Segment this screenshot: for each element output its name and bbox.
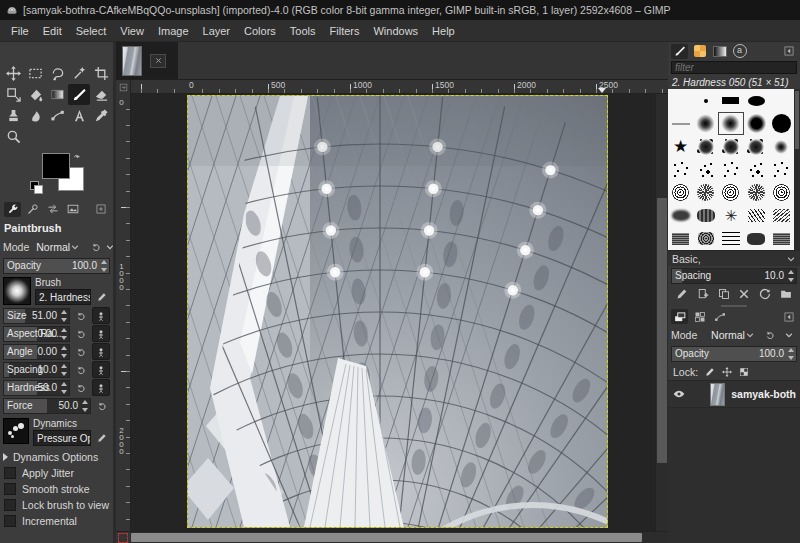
dock-tab-tool-options[interactable] (4, 202, 21, 217)
edit-dynamics-icon[interactable] (94, 431, 110, 446)
dynamics-name-field[interactable]: Pressure Opacity (33, 430, 91, 446)
brush-cell-13[interactable] (744, 135, 769, 158)
brush-spacing-slider[interactable]: Spacing 10.0 (671, 268, 797, 284)
canvas-image[interactable] (187, 95, 608, 528)
edit-brush-icon[interactable] (674, 287, 690, 302)
menu-colors[interactable]: Colors (237, 22, 283, 40)
brush-cell-31[interactable] (693, 227, 718, 250)
link-to-brush-icon[interactable] (92, 379, 110, 396)
horizontal-ruler[interactable]: 05001000150020002500 (131, 80, 668, 94)
brush-cell-34[interactable] (769, 227, 794, 250)
brush-thumbnail[interactable] (3, 277, 31, 305)
checkbox-incremental[interactable]: Incremental (3, 513, 110, 529)
layers-tab-menu-icon[interactable] (780, 309, 797, 324)
layer-row[interactable]: samyak-both... (668, 381, 800, 408)
brush-cell-1[interactable] (693, 89, 718, 112)
menu-edit[interactable]: Edit (36, 22, 69, 40)
opacity-spinner[interactable] (99, 260, 108, 272)
brush-cell-10[interactable]: ★ (668, 135, 693, 158)
dock-tab-images[interactable] (64, 202, 81, 217)
edit-brush-icon[interactable] (94, 290, 110, 305)
brush-cell-11[interactable] (693, 135, 718, 158)
dock-tab-brushes-icon[interactable] (671, 44, 688, 59)
horizontal-scrollbar-thumb[interactable] (131, 533, 642, 542)
link-to-brush-icon[interactable] (92, 361, 110, 378)
brush-grid-scrollbar[interactable] (794, 89, 800, 250)
brush-cell-24[interactable] (769, 181, 794, 204)
brush-tag-select[interactable]: Basic, (668, 250, 800, 266)
brush-cell-12[interactable] (718, 135, 743, 158)
dynamics-thumbnail[interactable] (3, 418, 29, 444)
menu-help[interactable]: Help (425, 22, 462, 40)
brush-cell-16[interactable] (693, 158, 718, 181)
brush-cell-4[interactable] (769, 89, 794, 112)
close-tab-icon[interactable] (150, 54, 166, 68)
new-brush-icon[interactable] (695, 287, 711, 302)
layer-mode-menu-chevron-icon[interactable] (781, 327, 797, 342)
image-tab[interactable] (116, 42, 178, 79)
slider-spinner[interactable] (59, 382, 68, 394)
brush-cell-19[interactable] (769, 158, 794, 181)
reset-icon[interactable] (73, 380, 89, 395)
tool-paths[interactable] (46, 105, 68, 126)
slider-spinner[interactable] (59, 364, 68, 376)
dock-tab-layers-icon[interactable] (671, 309, 688, 324)
canvas-viewport[interactable] (131, 94, 655, 531)
dock-tab-patterns-icon[interactable] (691, 44, 708, 59)
brush-cell-21[interactable] (693, 181, 718, 204)
swap-colors-icon[interactable] (73, 151, 83, 161)
dock-tab-fonts-icon[interactable]: a (731, 44, 748, 59)
brush-cell-30[interactable] (668, 227, 693, 250)
brush-cell-32[interactable] (718, 227, 743, 250)
menu-layer[interactable]: Layer (196, 22, 238, 40)
layer-opacity-slider[interactable]: Opacity 100.0 (671, 346, 797, 362)
slider-hardness[interactable]: Hardness50.0 (3, 380, 70, 396)
checkbox-lock-brush-to-view[interactable]: Lock brush to view (3, 497, 110, 513)
brush-cell-6[interactable] (693, 112, 718, 135)
tool-transform[interactable] (2, 84, 24, 105)
brush-cell-33[interactable] (744, 227, 769, 250)
tool-crop[interactable] (90, 63, 112, 84)
tool-bucket-fill[interactable] (24, 84, 46, 105)
menu-windows[interactable]: Windows (366, 22, 425, 40)
tool-text[interactable] (68, 105, 90, 126)
brush-cell-5[interactable] (668, 112, 693, 135)
title-bar[interactable]: [samyak-bothra-CAfkeMBqQQo-unsplash] (im… (0, 0, 800, 20)
tool-clone[interactable] (2, 105, 24, 126)
checkbox-smooth-stroke[interactable]: Smooth stroke (3, 481, 110, 497)
reset-icon[interactable] (73, 362, 89, 377)
brush-cell-20[interactable] (668, 181, 693, 204)
tool-eraser[interactable] (90, 84, 112, 105)
checkbox-box[interactable] (4, 483, 16, 495)
layer-mode-select[interactable]: Normal (708, 328, 758, 342)
menu-view[interactable]: View (113, 22, 151, 40)
menu-filters[interactable]: Filters (323, 22, 367, 40)
tab-menu-icon[interactable] (780, 44, 797, 59)
vertical-scrollbar[interactable] (655, 94, 668, 531)
link-to-brush-icon[interactable] (92, 325, 110, 342)
lock-position-icon[interactable] (722, 367, 732, 377)
foreground-color-swatch[interactable] (42, 153, 70, 179)
brush-cell-22[interactable] (718, 181, 743, 204)
brush-cell-2[interactable] (718, 89, 743, 112)
horizontal-scrollbar[interactable] (130, 531, 656, 543)
brush-cell-25[interactable] (668, 204, 693, 227)
checkbox-box[interactable] (4, 499, 16, 511)
slider-spinner[interactable] (59, 346, 68, 358)
brush-name-field[interactable]: 2. Hardness 050 (35, 289, 91, 305)
dock-tab-gradients-icon[interactable] (711, 44, 728, 59)
brush-cell-3[interactable] (744, 89, 769, 112)
tool-paintbrush[interactable] (68, 84, 90, 105)
tool-fuzzy-select[interactable] (68, 63, 90, 84)
tool-color-picker[interactable] (90, 105, 112, 126)
slider-size[interactable]: Size51.00 (3, 308, 70, 324)
refresh-brushes-icon[interactable] (757, 287, 773, 302)
slider-spinner[interactable] (59, 328, 68, 340)
dock-tab-paths-icon[interactable] (711, 309, 728, 324)
checkbox-box[interactable] (4, 515, 16, 527)
link-to-brush-icon[interactable] (92, 343, 110, 360)
slider-spinner[interactable] (59, 310, 68, 322)
vertical-ruler[interactable]: 010002000 (116, 94, 131, 531)
reset-icon[interactable] (73, 326, 89, 341)
brush-cell-9[interactable] (769, 112, 794, 135)
